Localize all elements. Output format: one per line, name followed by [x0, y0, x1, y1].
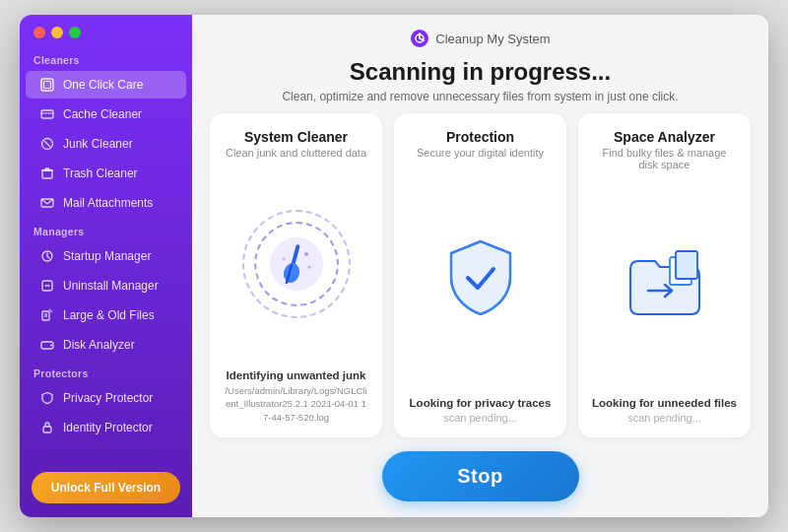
- sidebar-item-junk-cleaner[interactable]: Junk Cleaner: [26, 130, 186, 158]
- sidebar-item-startup-manager[interactable]: Startup Manager: [26, 242, 186, 270]
- svg-rect-0: [41, 79, 53, 91]
- space-analyzer-card-title: Space Analyzer: [614, 129, 715, 145]
- scan-animation: [242, 210, 351, 318]
- sidebar-item-trash-cleaner-label: Trash Cleaner: [63, 166, 138, 180]
- trash-icon: [39, 166, 55, 181]
- disk-icon: [39, 337, 55, 353]
- sidebar-item-one-click-care[interactable]: One Click Care: [26, 71, 186, 99]
- svg-rect-2: [41, 110, 53, 118]
- minimize-dot[interactable]: [51, 27, 63, 38]
- protection-shield-icon: [436, 233, 525, 322]
- app-header: Cleanup My System: [192, 15, 768, 54]
- app-window: Cleaners One Click Care Cache Cleaner: [20, 15, 768, 517]
- svg-line-5: [44, 141, 50, 147]
- system-cleaner-card: System Cleaner Clean junk and cluttered …: [210, 113, 382, 437]
- svg-rect-6: [42, 170, 52, 178]
- sidebar-item-startup-manager-label: Startup Manager: [63, 249, 151, 263]
- stop-button-row: Stop: [192, 437, 768, 517]
- scan-cards-row: System Cleaner Clean junk and cluttered …: [192, 113, 768, 437]
- sidebar-item-uninstall-manager[interactable]: Uninstall Manager: [26, 272, 186, 299]
- stop-button[interactable]: Stop: [382, 451, 579, 501]
- space-analyzer-card-subtitle: Find bulky files & manage disk space: [592, 147, 737, 170]
- sidebar-item-uninstall-manager-label: Uninstall Manager: [63, 279, 159, 293]
- sidebar: Cleaners One Click Care Cache Cleaner: [20, 15, 192, 517]
- lock-icon: [39, 420, 55, 435]
- startup-icon: [39, 248, 55, 264]
- svg-point-27: [304, 252, 308, 256]
- svg-point-28: [307, 266, 310, 269]
- cache-icon: [39, 106, 55, 122]
- titlebar-dots: [20, 15, 192, 46]
- files-icon: [39, 307, 55, 323]
- cursor-icon: [39, 77, 55, 93]
- sidebar-item-cache-cleaner-label: Cache Cleaner: [63, 107, 142, 121]
- sidebar-item-privacy-protector[interactable]: Privacy Protector: [26, 384, 186, 412]
- space-analyzer-card: Space Analyzer Find bulky files & manage…: [578, 113, 751, 437]
- close-dot[interactable]: [33, 27, 45, 38]
- sidebar-item-cache-cleaner[interactable]: Cache Cleaner: [26, 100, 186, 128]
- protection-card: Protection Secure your digital identity …: [394, 113, 566, 437]
- sidebar-item-mail-attachments-label: Mail Attachments: [63, 196, 153, 210]
- junk-icon: [39, 136, 55, 152]
- sidebar-item-large-old-files-label: Large & Old Files: [63, 308, 155, 322]
- space-analyzer-icon-area: [621, 170, 709, 397]
- svg-rect-21: [43, 427, 51, 432]
- broom-icon: [272, 239, 321, 289]
- sidebar-item-mail-attachments[interactable]: Mail Attachments: [26, 189, 186, 217]
- sidebar-item-large-old-files[interactable]: Large & Old Files: [26, 301, 186, 329]
- system-cleaner-card-title: System Cleaner: [244, 129, 348, 145]
- space-analyzer-status: Looking for unneeded files: [592, 397, 737, 409]
- protection-icon-area: [436, 159, 525, 397]
- sidebar-section-protectors: Protectors: [20, 360, 192, 383]
- sidebar-item-trash-cleaner[interactable]: Trash Cleaner: [26, 160, 186, 187]
- sidebar-item-disk-analyzer[interactable]: Disk Analyzer: [26, 331, 186, 359]
- space-analyzer-pending: scan pending...: [627, 412, 701, 424]
- sidebar-item-privacy-protector-label: Privacy Protector: [63, 391, 153, 405]
- svg-point-29: [282, 258, 285, 261]
- folder-search-icon: [621, 239, 709, 328]
- mail-icon: [39, 195, 55, 211]
- scan-progress-title: Scanning in progress...: [192, 54, 768, 86]
- sidebar-item-one-click-care-label: One Click Care: [63, 78, 143, 92]
- sidebar-item-junk-cleaner-label: Junk Cleaner: [63, 137, 133, 151]
- uninstall-icon: [39, 278, 55, 294]
- maximize-dot[interactable]: [69, 27, 81, 38]
- protection-pending: scan pending...: [443, 412, 517, 424]
- protection-card-title: Protection: [446, 129, 514, 145]
- sidebar-item-identity-protector[interactable]: Identity Protector: [26, 414, 186, 441]
- protection-status: Looking for privacy traces: [410, 397, 552, 409]
- system-cleaner-status: Identifying unwanted junk: [227, 369, 366, 381]
- svg-rect-24: [291, 244, 300, 266]
- svg-rect-31: [676, 251, 697, 279]
- svg-point-20: [50, 345, 52, 347]
- main-content: Cleanup My System Scanning in progress..…: [192, 15, 768, 517]
- system-cleaner-card-subtitle: Clean junk and cluttered data: [226, 147, 366, 159]
- shield-icon: [39, 390, 55, 406]
- sidebar-item-identity-protector-label: Identity Protector: [63, 421, 153, 434]
- sidebar-item-disk-analyzer-label: Disk Analyzer: [63, 338, 135, 352]
- system-cleaner-path: /Users/admin/Library/Logs/NGLClient_Illu…: [224, 384, 368, 424]
- protection-card-subtitle: Secure your digital identity: [417, 147, 544, 159]
- app-title-label: Cleanup My System: [435, 32, 550, 46]
- sidebar-section-cleaners: Cleaners: [20, 46, 192, 70]
- scan-progress-subtitle: Clean, optimize and remove unnecessary f…: [192, 86, 768, 113]
- unlock-full-version-button[interactable]: Unlock Full Version: [32, 472, 180, 503]
- system-cleaner-icon-area: [242, 159, 351, 369]
- sidebar-section-managers: Managers: [20, 218, 192, 241]
- app-logo-icon: [410, 29, 429, 48]
- svg-rect-1: [44, 82, 51, 89]
